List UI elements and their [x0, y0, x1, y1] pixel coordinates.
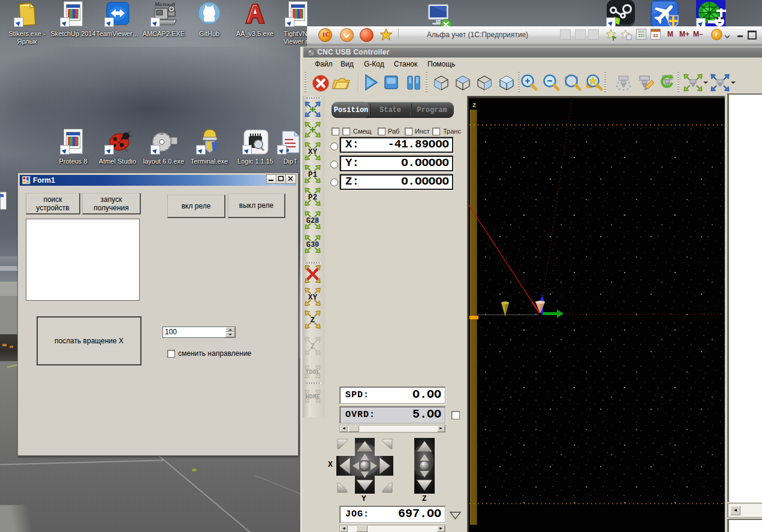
svg-text:31: 31 — [653, 33, 658, 38]
svg-text:G28: G28 — [306, 217, 320, 225]
svg-text:G30: G30 — [306, 241, 320, 249]
svg-text:Z: Z — [311, 342, 315, 351]
svg-text:P1: P1 — [308, 170, 318, 179]
svg-text:XY: XY — [308, 147, 318, 156]
svg-text:Z: Z — [311, 316, 315, 325]
svg-text:HOME: HOME — [305, 394, 320, 400]
svg-text:TOOL: TOOL — [305, 369, 320, 376]
svg-text:P2: P2 — [308, 193, 318, 202]
svg-text:Z: Z — [472, 102, 476, 109]
svg-text:XY: XY — [308, 293, 318, 302]
